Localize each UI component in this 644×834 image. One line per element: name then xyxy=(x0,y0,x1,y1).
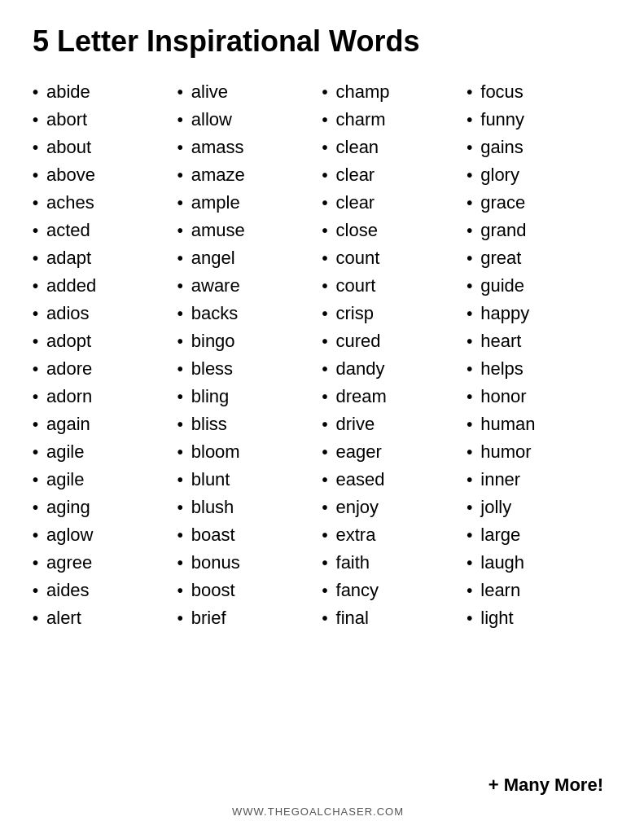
word-text: abide xyxy=(46,81,90,103)
list-item: •allow xyxy=(177,106,322,134)
bullet-icon: • xyxy=(467,222,472,239)
word-text: heart xyxy=(480,331,521,352)
word-text: jolly xyxy=(480,497,511,518)
list-item: •abide xyxy=(33,78,177,106)
bullet-icon: • xyxy=(33,416,38,432)
list-item: •faith xyxy=(322,549,467,577)
list-item: •about xyxy=(33,134,177,161)
list-item: •amass xyxy=(177,134,322,161)
bullet-icon: • xyxy=(177,610,183,626)
list-item: •eager xyxy=(322,438,467,466)
bullet-icon: • xyxy=(33,361,38,377)
word-text: light xyxy=(480,608,513,629)
list-item: •brief xyxy=(177,604,322,632)
word-text: about xyxy=(46,137,91,158)
bullet-icon: • xyxy=(322,582,328,599)
bullet-icon: • xyxy=(33,112,38,128)
list-item: •heart xyxy=(467,327,611,355)
bullet-icon: • xyxy=(322,250,328,266)
word-column-2: •alive•allow•amass•amaze•ample•amuse•ang… xyxy=(177,78,322,766)
bullet-icon: • xyxy=(322,112,328,128)
list-item: •dandy xyxy=(322,355,467,383)
list-item: •final xyxy=(322,604,467,632)
word-text: honor xyxy=(480,386,526,407)
word-text: bloom xyxy=(191,441,240,463)
list-item: •bliss xyxy=(177,410,322,438)
word-text: amass xyxy=(191,137,244,158)
word-text: bless xyxy=(191,358,233,380)
bullet-icon: • xyxy=(33,499,38,516)
bullet-icon: • xyxy=(322,527,328,543)
word-text: aides xyxy=(46,580,90,601)
bullet-icon: • xyxy=(467,582,472,599)
word-text: charm xyxy=(336,109,386,130)
list-item: •laugh xyxy=(467,549,611,577)
bullet-icon: • xyxy=(467,416,472,432)
bullet-icon: • xyxy=(177,388,183,405)
word-text: boast xyxy=(191,525,235,546)
word-text: dandy xyxy=(336,358,385,380)
bullet-icon: • xyxy=(322,444,328,460)
bullet-icon: • xyxy=(322,305,328,322)
bullet-icon: • xyxy=(33,472,38,488)
word-text: crisp xyxy=(336,303,374,324)
list-item: •fancy xyxy=(322,577,467,604)
word-text: backs xyxy=(191,303,238,324)
list-item: •guide xyxy=(467,272,611,300)
word-text: adopt xyxy=(46,331,91,352)
word-text: acted xyxy=(46,220,90,241)
list-item: •clear xyxy=(322,189,467,217)
list-item: •abort xyxy=(33,106,177,134)
word-text: clear xyxy=(336,192,375,213)
word-text: extra xyxy=(336,525,376,546)
bullet-icon: • xyxy=(467,555,472,571)
word-text: clean xyxy=(336,137,379,158)
list-item: •clean xyxy=(322,134,467,161)
word-text: clear xyxy=(336,165,375,186)
list-item: •focus xyxy=(467,78,611,106)
bullet-icon: • xyxy=(177,582,183,599)
word-text: alert xyxy=(46,608,81,629)
list-item: •agree xyxy=(33,549,177,577)
bullet-icon: • xyxy=(322,139,328,156)
bullet-icon: • xyxy=(33,305,38,322)
bullet-icon: • xyxy=(467,444,472,460)
word-text: fancy xyxy=(336,580,379,601)
word-text: agile xyxy=(46,469,84,490)
bullet-icon: • xyxy=(33,250,38,266)
word-text: happy xyxy=(480,303,529,324)
bullet-icon: • xyxy=(33,527,38,543)
word-text: gains xyxy=(480,137,524,158)
bullet-icon: • xyxy=(33,195,38,211)
bullet-icon: • xyxy=(322,167,328,183)
word-text: agree xyxy=(46,552,92,573)
bullet-icon: • xyxy=(322,555,328,571)
word-text: blunt xyxy=(191,469,230,490)
list-item: •honor xyxy=(467,383,611,410)
bullet-icon: • xyxy=(467,112,472,128)
word-text: final xyxy=(336,608,369,629)
bullet-icon: • xyxy=(467,472,472,488)
bullet-icon: • xyxy=(322,278,328,294)
word-columns: •abide•abort•about•above•aches•acted•ada… xyxy=(33,78,611,766)
bullet-icon: • xyxy=(177,472,183,488)
list-item: •adapt xyxy=(33,244,177,272)
bullet-icon: • xyxy=(322,499,328,516)
list-item: •light xyxy=(467,604,611,632)
word-column-4: •focus•funny•gains•glory•grace•grand•gre… xyxy=(467,78,611,766)
bullet-icon: • xyxy=(467,278,472,294)
list-item: •adios xyxy=(33,300,177,327)
list-item: •bonus xyxy=(177,549,322,577)
word-text: great xyxy=(480,248,521,269)
list-item: •bless xyxy=(177,355,322,383)
list-item: •great xyxy=(467,244,611,272)
list-item: •funny xyxy=(467,106,611,134)
bullet-icon: • xyxy=(177,444,183,460)
bullet-icon: • xyxy=(467,499,472,516)
bullet-icon: • xyxy=(177,361,183,377)
word-text: bliss xyxy=(191,414,227,435)
bullet-icon: • xyxy=(177,555,183,571)
bullet-icon: • xyxy=(467,250,472,266)
list-item: •ample xyxy=(177,189,322,217)
bullet-icon: • xyxy=(467,84,472,100)
